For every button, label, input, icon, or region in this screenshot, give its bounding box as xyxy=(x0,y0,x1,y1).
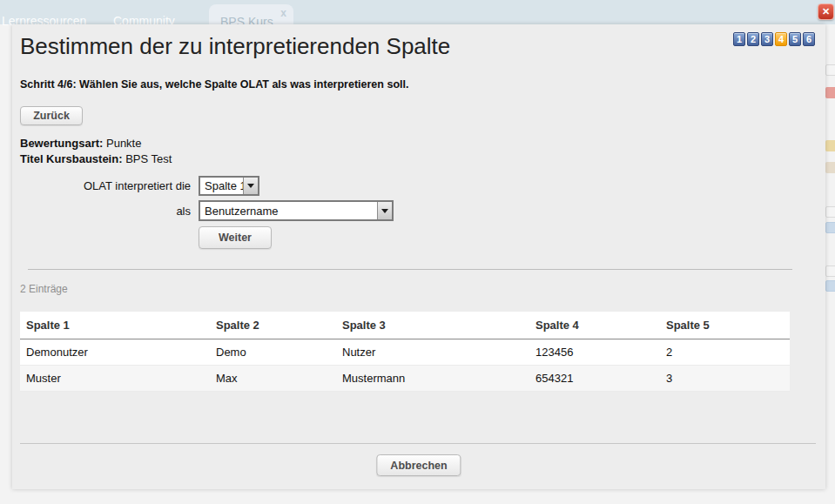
column-header[interactable]: Spalte 2 xyxy=(210,312,336,339)
assessment-type-label: Bewertungsart: xyxy=(20,137,103,150)
course-element-value: BPS Test xyxy=(125,152,172,165)
step-badge-4-active[interactable]: 4 xyxy=(775,32,787,46)
dimmed-icon xyxy=(825,222,835,233)
step-badge-3[interactable]: 3 xyxy=(761,32,773,46)
table-cell: Muster xyxy=(20,365,210,391)
table-cell: Mustermann xyxy=(336,365,529,391)
browser-topbar: Lernressourcen Community BPS Kurs x xyxy=(0,0,835,24)
dimmed-icon xyxy=(825,280,835,292)
interpretation-select-value: Benutzername xyxy=(200,205,377,218)
column-select-label: OLAT interpretiert die xyxy=(20,179,191,192)
chevron-down-icon[interactable] xyxy=(377,202,392,219)
column-header[interactable]: Spalte 4 xyxy=(529,312,660,339)
table-cell: Demo xyxy=(210,339,336,365)
table-cell: 123456 xyxy=(529,339,660,365)
table-cell: 654321 xyxy=(529,365,660,391)
divider xyxy=(28,269,792,270)
course-element-line: Titel Kursbaustein: BPS Test xyxy=(20,152,172,165)
interpretation-select-label: als xyxy=(20,205,191,218)
table-row: Demonutzer Demo Nutzer 123456 2 xyxy=(20,339,790,365)
course-element-label: Titel Kursbaustein: xyxy=(20,152,123,165)
step-badge-2[interactable]: 2 xyxy=(747,32,759,46)
column-header[interactable]: Spalte 3 xyxy=(336,312,529,339)
table-cell: 3 xyxy=(660,365,790,391)
preview-table: Spalte 1 Spalte 2 Spalte 3 Spalte 4 Spal… xyxy=(20,312,790,392)
cancel-button[interactable]: Abbrechen xyxy=(376,454,461,476)
dimmed-icon xyxy=(825,87,835,98)
wizard-step-indicator: 1 2 3 4 5 6 xyxy=(733,32,815,46)
table-cell: Nutzer xyxy=(336,339,529,365)
back-button[interactable]: Zurück xyxy=(20,106,83,125)
chevron-down-icon[interactable] xyxy=(243,178,258,194)
page-title: Bestimmen der zu interpretierenden Spalt… xyxy=(20,33,450,60)
step-description: Schritt 4/6: Wählen Sie aus, welche Spal… xyxy=(20,78,408,91)
dimmed-icon xyxy=(825,265,835,277)
table-header-row: Spalte 1 Spalte 2 Spalte 3 Spalte 4 Spal… xyxy=(20,312,790,339)
column-header[interactable]: Spalte 1 xyxy=(20,312,210,339)
tab-close-icon[interactable]: x xyxy=(280,7,286,19)
table-row: Muster Max Mustermann 654321 3 xyxy=(20,365,790,391)
entry-count: 2 Einträge xyxy=(20,283,68,295)
column-header[interactable]: Spalte 5 xyxy=(660,312,790,339)
dimmed-icon xyxy=(825,206,835,218)
assessment-type-value: Punkte xyxy=(106,137,141,150)
step-badge-5[interactable]: 5 xyxy=(789,32,801,46)
step-badge-6[interactable]: 6 xyxy=(803,32,815,46)
table-cell: 2 xyxy=(660,339,790,365)
next-button[interactable]: Weiter xyxy=(199,226,272,249)
assessment-type-line: Bewertungsart: Punkte xyxy=(20,137,141,150)
dimmed-icon xyxy=(825,140,835,151)
interpretation-select[interactable]: Benutzername xyxy=(199,200,394,221)
footer-divider xyxy=(20,443,816,444)
column-select-value: Spalte 1 xyxy=(200,179,243,192)
close-icon[interactable]: ✕ xyxy=(818,3,834,20)
dimmed-icon xyxy=(825,162,835,173)
step-badge-1[interactable]: 1 xyxy=(733,32,745,46)
dimmed-icon xyxy=(825,64,835,76)
column-select[interactable]: Spalte 1 xyxy=(199,176,259,196)
page: Lernressourcen Community BPS Kurs x ✕ Be… xyxy=(0,0,835,504)
table-cell: Demonutzer xyxy=(20,339,210,365)
tab-bps-kurs[interactable]: BPS Kurs x xyxy=(209,4,293,24)
wizard-dialog: Bestimmen der zu interpretierenden Spalt… xyxy=(12,24,825,489)
table-cell: Max xyxy=(210,365,336,391)
